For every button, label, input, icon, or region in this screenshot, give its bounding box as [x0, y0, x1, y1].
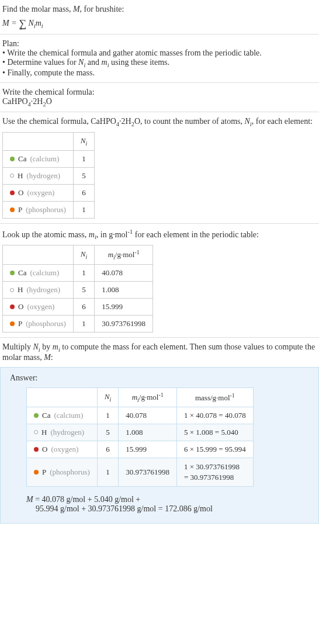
intro-text2: , for brushite: — [80, 5, 124, 13]
n-value: 1 — [73, 316, 94, 333]
element-cell: H (hydrogen) — [3, 282, 74, 299]
element-cell: O (oxygen) — [27, 441, 98, 458]
n-value: 6 — [73, 299, 94, 316]
table-header-empty — [27, 387, 98, 407]
m-value: 30.973761998 — [119, 458, 177, 486]
atomic-mass-section: Look up the atomic mass, mi, in g·mol-1 … — [0, 224, 319, 338]
dot-icon — [10, 304, 15, 309]
plan-bullet-3: • Finally, compute the mass. — [2, 68, 317, 78]
element-cell: P (phosphorus) — [3, 201, 74, 218]
dot-icon — [34, 470, 39, 475]
table-row: Ca (calcium) 1 — [3, 150, 95, 167]
mass-value: 1 × 30.973761998= 30.973761998 — [176, 458, 253, 486]
n-value: 5 — [73, 167, 94, 184]
n-value: 1 — [73, 150, 94, 167]
n-value: 6 — [73, 184, 94, 201]
table-row: O (oxygen) 6 — [3, 184, 95, 201]
m-value: 40.078 — [119, 407, 177, 424]
m-value: 1.008 — [95, 282, 153, 299]
write-formula-heading: Write the chemical formula: — [2, 88, 317, 97]
table-header-row: Ni — [3, 133, 95, 151]
n-value: 1 — [73, 201, 94, 218]
count-atoms-section: Use the chemical formula, CaHPO4·2H2O, t… — [0, 112, 319, 223]
dot-icon — [10, 321, 15, 326]
n-value: 1 — [97, 458, 118, 486]
m-value: 1.008 — [119, 424, 177, 441]
answer-box: Answer: Ni mi/g·mol-1 mass/g·mol-1 Ca (c… — [0, 367, 319, 524]
table-header-n: Ni — [73, 245, 94, 265]
element-cell: O (oxygen) — [3, 184, 74, 201]
n-value: 6 — [97, 441, 118, 458]
element-cell: P (phosphorus) — [27, 458, 98, 486]
dot-icon — [10, 157, 15, 161]
plan-bullet-2: • Determine values for Ni and mi using t… — [2, 58, 317, 68]
table-row: P (phosphorus) 1 — [3, 201, 95, 218]
answer-table: Ni mi/g·mol-1 mass/g·mol-1 Ca (calcium) … — [26, 387, 254, 487]
table-header-m: mi/g·mol-1 — [95, 245, 153, 265]
n-value: 5 — [73, 282, 94, 299]
mass-value: 5 × 1.008 = 5.040 — [176, 424, 253, 441]
element-cell: O (oxygen) — [3, 299, 74, 316]
count-atoms-table: Ni Ca (calcium) 1 H (hydrogen) 5 O (oxyg… — [2, 132, 95, 219]
count-atoms-heading: Use the chemical formula, CaHPO4·2H2O, t… — [2, 117, 317, 127]
table-row: H (hydrogen) 5 1.008 — [3, 282, 153, 299]
intro-M: M — [73, 5, 80, 13]
multiply-heading: Multiply Ni by mi to compute the mass fo… — [2, 342, 317, 362]
n-value: 1 — [97, 407, 118, 424]
element-cell: H (hydrogen) — [27, 424, 98, 441]
m-value: 30.973761998 — [95, 316, 153, 333]
table-header-row: Ni mi/g·mol-1 — [3, 245, 153, 265]
element-cell: Ca (calcium) — [3, 150, 74, 167]
molar-mass-formula: M = ∑i Nimi — [2, 16, 317, 29]
table-header-empty — [3, 245, 74, 265]
dot-icon — [10, 207, 15, 212]
final-formula: M = 40.078 g/mol + 5.040 g/mol + 95.994 … — [26, 495, 309, 514]
dot-icon — [10, 288, 14, 292]
table-row: O (oxygen) 6 15.999 6 × 15.999 = 95.994 — [27, 441, 254, 458]
table-header-n: Ni — [97, 387, 118, 407]
mass-value: 6 × 15.999 = 95.994 — [176, 441, 253, 458]
atomic-mass-heading: Look up the atomic mass, mi, in g·mol-1 … — [2, 228, 317, 240]
m-value: 15.999 — [119, 441, 177, 458]
m-value: 15.999 — [95, 299, 153, 316]
sum-sub: i — [20, 25, 22, 31]
table-row: Ca (calcium) 1 40.078 — [3, 265, 153, 282]
dot-icon — [10, 174, 14, 178]
table-header-n: Ni — [73, 133, 94, 151]
atomic-mass-table: Ni mi/g·mol-1 Ca (calcium) 1 40.078 H (h… — [2, 245, 153, 333]
intro-line: Find the molar mass, M, for brushite: — [2, 5, 317, 14]
n-value: 1 — [73, 265, 94, 282]
chemical-formula: CaHPO4·2H2O — [2, 97, 317, 108]
n-value: 5 — [97, 424, 118, 441]
intro-section: Find the molar mass, M, for brushite: M … — [0, 0, 319, 34]
table-header-empty — [3, 133, 74, 151]
dot-icon — [34, 430, 38, 434]
plan-heading: Plan: — [2, 39, 317, 49]
table-row: H (hydrogen) 5 — [3, 167, 95, 184]
table-row: Ca (calcium) 1 40.078 1 × 40.078 = 40.07… — [27, 407, 254, 424]
dot-icon — [34, 413, 39, 418]
table-header-m: mi/g·mol-1 — [119, 387, 177, 407]
dot-icon — [10, 271, 15, 275]
table-row: P (phosphorus) 1 30.973761998 — [3, 316, 153, 333]
table-row: H (hydrogen) 5 1.008 5 × 1.008 = 5.040 — [27, 424, 254, 441]
write-formula-section: Write the chemical formula: CaHPO4·2H2O — [0, 83, 319, 113]
table-header-mass: mass/g·mol-1 — [176, 387, 253, 407]
table-row: O (oxygen) 6 15.999 — [3, 299, 153, 316]
m-value: 40.078 — [95, 265, 153, 282]
multiply-section: Multiply Ni by mi to compute the mass fo… — [0, 338, 319, 367]
table-row: P (phosphorus) 1 30.973761998 1 × 30.973… — [27, 458, 254, 486]
dot-icon — [10, 191, 15, 195]
element-cell: H (hydrogen) — [3, 167, 74, 184]
dot-icon — [34, 447, 39, 452]
mass-value: 1 × 40.078 = 40.078 — [176, 407, 253, 424]
intro-text: Find the molar mass, — [2, 5, 73, 13]
plan-bullet-1: • Write the chemical formula and gather … — [2, 49, 317, 58]
element-cell: Ca (calcium) — [3, 265, 74, 282]
element-cell: P (phosphorus) — [3, 316, 74, 333]
table-header-row: Ni mi/g·mol-1 mass/g·mol-1 — [27, 387, 254, 407]
answer-label: Answer: — [10, 373, 309, 383]
element-cell: Ca (calcium) — [27, 407, 98, 424]
plan-section: Plan: • Write the chemical formula and g… — [0, 34, 319, 83]
